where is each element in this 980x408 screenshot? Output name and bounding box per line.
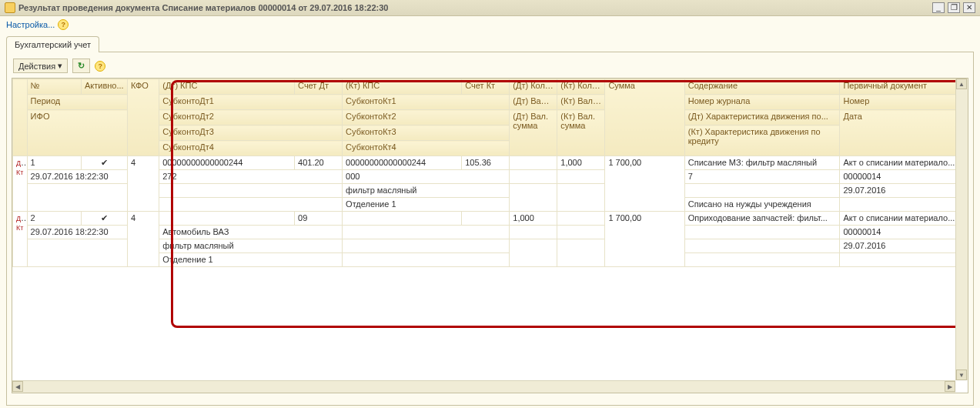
cell-dtkps: 00000000000000244 — [159, 156, 295, 170]
col-qtykt[interactable]: (Кт) Коли... — [557, 79, 605, 95]
horizontal-scrollbar[interactable]: ◀ ▶ — [12, 380, 955, 393]
tab-strip: Бухгалтерский учет — [0, 36, 980, 52]
cell-accdt: 09 — [295, 212, 343, 226]
cell-sub1k: 000 — [343, 170, 510, 184]
actions-menu-button[interactable]: Действия ▾ — [13, 59, 68, 73]
cell-ktkps: 00000000000000244 — [343, 156, 462, 170]
cell-sub3k: Отделение 1 — [343, 198, 510, 212]
actions-label: Действия — [18, 62, 55, 71]
col-period[interactable]: Период — [27, 95, 127, 110]
dtkt-icon: ДтКт — [16, 158, 27, 176]
col-valkt[interactable]: (Кт) Валю... — [557, 95, 605, 110]
actions-bar: Действия ▾ ↻ ? — [12, 57, 968, 78]
settings-toolbar: Настройка... ? — [0, 16, 980, 33]
cell-period: 29.07.2016 18:22:30 — [27, 226, 127, 239]
col-kfo[interactable]: КФО — [127, 79, 159, 156]
maximize-button[interactable]: ❐ — [948, 2, 960, 13]
tab-label: Бухгалтерский учет — [15, 40, 91, 49]
cell-period: 29.07.2016 18:22:30 — [27, 170, 127, 184]
tab-accounting[interactable]: Бухгалтерский учет — [6, 36, 99, 52]
cell-primdoc: Акт о списании материало... — [840, 156, 968, 170]
window-titlebar: Результат проведения документа Списание … — [0, 0, 980, 16]
dtkt-icon: ДтКт — [16, 213, 27, 232]
minimize-button[interactable]: _ — [932, 2, 945, 13]
cell-sum: 1 700,00 — [605, 212, 684, 267]
col-valdt[interactable]: (Дт) Валю... — [510, 95, 557, 110]
col-sub2d[interactable]: СубконтоДт2 — [159, 110, 343, 125]
cell-sub2k: фильтр масляный — [343, 184, 510, 198]
col-sub2k[interactable]: СубконтоКт2 — [343, 110, 510, 125]
accounting-table: № Активно... КФО (Дт) КПС Счет Дт (Кт) К… — [12, 79, 968, 267]
cell-acckt: 105.36 — [462, 156, 510, 170]
cell-number: 00000014 — [840, 226, 968, 239]
refresh-icon: ↻ — [78, 61, 85, 71]
cell-date: 29.07.2016 — [840, 184, 968, 198]
col-accdt[interactable]: Счет Дт — [295, 79, 343, 95]
scroll-down-button[interactable]: ▼ — [956, 370, 967, 380]
cell-no: 2 — [27, 212, 81, 226]
col-date[interactable]: Дата — [840, 110, 968, 156]
data-row-1a[interactable]: ДтКт 1 ✔ 4 00000000000000244 401.20 0000… — [13, 156, 968, 170]
cell-sub1d: Автомобиль ВАЗ — [159, 226, 343, 239]
col-chardt[interactable]: (Дт) Характеристика движения по... — [684, 110, 840, 125]
header-row-1: № Активно... КФО (Дт) КПС Счет Дт (Кт) К… — [13, 79, 968, 95]
cell-date: 29.07.2016 — [840, 239, 968, 253]
col-qtydt[interactable]: (Дт) Коли... — [510, 79, 557, 95]
vertical-scrollbar[interactable]: ▲ ▼ — [955, 79, 968, 380]
scroll-up-button[interactable]: ▲ — [956, 79, 967, 89]
cell-number: 00000014 — [840, 170, 968, 184]
app-icon — [5, 2, 15, 13]
cell-accdt: 401.20 — [295, 156, 343, 170]
help-icon[interactable]: ? — [95, 61, 105, 72]
col-journal[interactable]: Номер журнала — [684, 95, 840, 110]
cell-primdoc: Акт о списании материало... — [840, 212, 968, 226]
cell-content: Оприходование запчастей: фильт... — [684, 212, 840, 226]
cell-charkt: Списано на нужды учреждения — [684, 198, 840, 212]
col-primdoc[interactable]: Первичный документ — [840, 79, 968, 95]
col-sub1k[interactable]: СубконтоКт1 — [343, 95, 510, 110]
cell-sub1d: 272 — [159, 170, 343, 184]
window-title: Результат проведения документа Списание … — [18, 3, 388, 12]
col-number[interactable]: Номер — [840, 95, 968, 110]
col-content[interactable]: Содержание — [684, 79, 840, 95]
col-active[interactable]: Активно... — [81, 79, 127, 95]
hint-icon[interactable]: ? — [58, 19, 69, 30]
refresh-button[interactable]: ↻ — [72, 59, 90, 73]
col-sub4k[interactable]: СубконтоКт4 — [343, 141, 510, 156]
col-ktkps[interactable]: (Кт) КПС — [343, 79, 462, 95]
col-sub3d[interactable]: СубконтоДт3 — [159, 125, 343, 141]
tab-panel: Действия ▾ ↻ ? № Активно... КФО (Дт) КПС… — [6, 52, 974, 406]
cell-content: Списание МЗ: фильтр масляный — [684, 156, 840, 170]
settings-link[interactable]: Настройка... — [6, 20, 55, 29]
chevron-down-icon: ▾ — [58, 61, 62, 71]
scroll-left-button[interactable]: ◀ — [12, 381, 23, 392]
cell-qtykt: 1,000 — [557, 156, 605, 170]
col-sum[interactable]: Сумма — [605, 79, 684, 156]
data-row-2a[interactable]: ДтКт 2 ✔ 4 09 1,000 1 700,00 Оприходован… — [13, 212, 968, 226]
col-sub1d[interactable]: СубконтоДт1 — [159, 95, 343, 110]
cell-sum: 1 700,00 — [605, 156, 684, 212]
grid: № Активно... КФО (Дт) КПС Счет Дт (Кт) К… — [12, 78, 968, 393]
col-no[interactable]: № — [27, 79, 81, 95]
check-icon: ✔ — [101, 213, 108, 222]
col-ifo[interactable]: ИФО — [27, 110, 127, 156]
cell-kfo: 4 — [127, 156, 159, 212]
cell-journal: 7 — [684, 170, 840, 184]
check-icon: ✔ — [101, 158, 108, 167]
col-charkt[interactable]: (Кт) Характеристика движения по кредиту — [684, 125, 840, 156]
col-sub4d[interactable]: СубконтоДт4 — [159, 141, 343, 156]
col-acckt[interactable]: Счет Кт — [462, 79, 510, 95]
cell-sub3d: Отделение 1 — [159, 253, 343, 267]
cell-qtydt: 1,000 — [510, 212, 557, 226]
col-dtkps[interactable]: (Дт) КПС — [159, 79, 295, 95]
cell-sub2d: фильтр масляный — [159, 239, 343, 253]
cell-kfo: 4 — [127, 212, 159, 267]
close-button[interactable]: ✕ — [963, 2, 975, 13]
cell-no: 1 — [27, 156, 81, 170]
scroll-right-button[interactable]: ▶ — [945, 381, 955, 392]
col-valsumdt[interactable]: (Дт) Вал. сумма — [510, 110, 557, 156]
col-valsumkt[interactable]: (Кт) Вал. сумма — [557, 110, 605, 156]
col-sub3k[interactable]: СубконтоКт3 — [343, 125, 510, 141]
